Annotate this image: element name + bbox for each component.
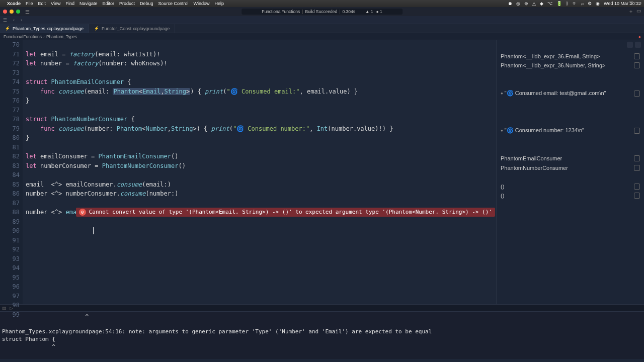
result-row[interactable]: ●"🌀 Consumed email: test@gmail.com\n" bbox=[497, 89, 644, 99]
code-line[interactable]: } bbox=[26, 133, 496, 143]
breadcrumb[interactable]: FunctionalFunctions › Phantom_Types ● bbox=[0, 33, 644, 40]
code-line[interactable]: number <^> numberConsumer.consume(number… bbox=[26, 189, 496, 199]
result-slot bbox=[497, 145, 644, 154]
status-icon[interactable]: ⏺ bbox=[508, 1, 512, 6]
sidebar-view-icon[interactable] bbox=[627, 42, 633, 48]
bluetooth-icon[interactable]: ᛒ bbox=[566, 1, 569, 6]
code-line[interactable]: func consume(number: Phantom<Number,Stri… bbox=[26, 124, 496, 134]
menu-editor[interactable]: Editor bbox=[102, 1, 114, 6]
quicklook-icon[interactable] bbox=[634, 155, 640, 161]
warning-badge[interactable]: ▲ 1 bbox=[365, 9, 373, 14]
crumb-file[interactable]: Phantom_Types bbox=[45, 34, 78, 39]
sidebar-toggle-icon[interactable]: ☰ bbox=[25, 9, 30, 15]
search-icon[interactable]: ⌕ bbox=[581, 1, 584, 6]
menu-view[interactable]: View bbox=[51, 1, 60, 6]
menu-debug[interactable]: Debug bbox=[140, 1, 153, 6]
result-row[interactable]: () bbox=[497, 182, 644, 192]
code-line[interactable] bbox=[26, 199, 496, 208]
result-row[interactable]: PhantomNumberConsumer bbox=[497, 163, 644, 173]
tab-phantom-types[interactable]: ⚡ Phantom_Types.xcplaygroundpage bbox=[0, 24, 89, 33]
menu-window[interactable]: Window bbox=[194, 1, 210, 6]
menu-edit[interactable]: Edit bbox=[38, 1, 46, 6]
code-line[interactable] bbox=[26, 170, 496, 180]
result-slot bbox=[497, 98, 644, 108]
code-line[interactable] bbox=[26, 226, 496, 236]
code-line[interactable] bbox=[26, 217, 496, 227]
code-line[interactable] bbox=[26, 254, 496, 264]
status-icon[interactable]: ◆ bbox=[540, 1, 543, 6]
quicklook-icon[interactable] bbox=[634, 128, 640, 134]
minimize-window-button[interactable] bbox=[10, 10, 14, 14]
result-row[interactable]: PhantomEmailConsumer bbox=[497, 154, 644, 163]
activity-viewer[interactable]: FunctionalFunctions | Build Succeeded | … bbox=[242, 9, 403, 15]
code-line[interactable] bbox=[26, 273, 496, 283]
add-button-icon[interactable]: ＋ bbox=[628, 8, 633, 15]
result-row[interactable]: () bbox=[497, 191, 644, 201]
result-row[interactable]: Phantom<__lldb_expr_36.Email, String> bbox=[497, 52, 644, 61]
code-line[interactable] bbox=[26, 245, 496, 254]
crumb-project[interactable]: FunctionalFunctions bbox=[2, 34, 43, 39]
status-icon[interactable]: ⌥ bbox=[547, 1, 552, 6]
result-row[interactable]: Phantom<__lldb_expr_36.Number, String> bbox=[497, 61, 644, 70]
quicklook-icon[interactable] bbox=[634, 193, 640, 199]
code-line[interactable]: let email = factory(email: whatIsIt)! bbox=[26, 50, 496, 59]
error-badge[interactable]: ● 1 bbox=[376, 9, 382, 14]
nav-forward-icon[interactable]: › bbox=[18, 18, 25, 23]
control-center-icon[interactable]: ⚙ bbox=[588, 1, 592, 6]
line-number: 77 bbox=[0, 106, 20, 115]
line-number: 99 bbox=[0, 310, 20, 320]
quicklook-icon[interactable] bbox=[634, 62, 640, 68]
editor-options-icon[interactable]: ☰ bbox=[629, 0, 635, 6]
wifi-icon[interactable]: ᯤ bbox=[573, 1, 577, 6]
code-line[interactable] bbox=[26, 282, 496, 292]
line-number: 95 bbox=[0, 273, 20, 283]
macos-menubar: Xcode File Edit View Find Navigate Edito… bbox=[0, 0, 644, 7]
library-button-icon[interactable]: ▭ bbox=[636, 8, 641, 15]
menu-navigate[interactable]: Navigate bbox=[79, 1, 98, 6]
code-content[interactable]: let email = factory(email: whatIsIt)!let… bbox=[23, 40, 496, 304]
quicklook-icon[interactable] bbox=[634, 90, 640, 97]
result-row[interactable]: ●"🌀 Consumed number: 1234\n" bbox=[497, 126, 644, 136]
code-line[interactable] bbox=[26, 263, 496, 273]
menu-help[interactable]: Help bbox=[215, 1, 224, 6]
code-line[interactable]: struct PhantomNumberConsumer { bbox=[26, 115, 496, 124]
result-slot bbox=[497, 256, 644, 266]
quicklook-icon[interactable] bbox=[634, 165, 640, 171]
nav-back-icon[interactable]: ‹ bbox=[10, 18, 18, 23]
menu-product[interactable]: Product bbox=[119, 1, 135, 6]
tab-functor-const[interactable]: ⚡ Functor_Const.xcplaygroundpage bbox=[89, 24, 175, 33]
code-line[interactable] bbox=[26, 143, 496, 152]
zoom-window-button[interactable] bbox=[16, 10, 20, 14]
status-icon[interactable]: ⊕ bbox=[524, 1, 528, 6]
siri-icon[interactable]: ◉ bbox=[596, 1, 600, 6]
code-line[interactable]: let number = factory(number: whoKnows)! bbox=[26, 59, 496, 68]
sidebar-view-icon[interactable] bbox=[635, 42, 641, 48]
code-line[interactable] bbox=[26, 40, 496, 50]
quicklook-icon[interactable] bbox=[634, 53, 640, 59]
menu-find[interactable]: Find bbox=[65, 1, 74, 6]
app-menu[interactable]: Xcode bbox=[7, 1, 21, 6]
close-window-button[interactable] bbox=[3, 10, 7, 14]
status-icon[interactable]: ◎ bbox=[516, 1, 520, 6]
add-editor-icon[interactable]: ▭ bbox=[637, 0, 643, 6]
code-line[interactable] bbox=[26, 301, 496, 304]
code-line[interactable]: struct PhantomEmailConsumer { bbox=[26, 77, 496, 87]
code-line[interactable]: email <^> emailConsumer.consume(email:) bbox=[26, 180, 496, 190]
code-line[interactable] bbox=[26, 106, 496, 115]
code-line[interactable]: func consume(email: Phantom<Email,String… bbox=[26, 87, 496, 97]
code-editor[interactable]: 7071727374757677787980818283848586878889… bbox=[0, 40, 496, 304]
code-line[interactable] bbox=[26, 236, 496, 245]
status-icon[interactable]: △ bbox=[532, 1, 536, 6]
code-line[interactable]: } bbox=[26, 96, 496, 106]
code-line[interactable]: let numberConsumer = PhantomNumberConsum… bbox=[26, 161, 496, 171]
status-icon[interactable]: 🔋 bbox=[556, 1, 562, 6]
nav-related-icon[interactable]: ☰ bbox=[0, 18, 10, 23]
menu-source-control[interactable]: Source Control bbox=[158, 1, 189, 6]
menu-file[interactable]: File bbox=[26, 1, 33, 6]
code-line[interactable] bbox=[26, 292, 496, 301]
code-line[interactable] bbox=[26, 68, 496, 78]
code-line[interactable]: let emailConsumer = PhantomEmailConsumer… bbox=[26, 152, 496, 161]
crumb-error-icon[interactable]: ● bbox=[638, 34, 641, 39]
inline-error-banner[interactable]: ⊘ Cannot convert value of type '(Phantom… bbox=[76, 208, 495, 217]
quicklook-icon[interactable] bbox=[634, 184, 640, 190]
